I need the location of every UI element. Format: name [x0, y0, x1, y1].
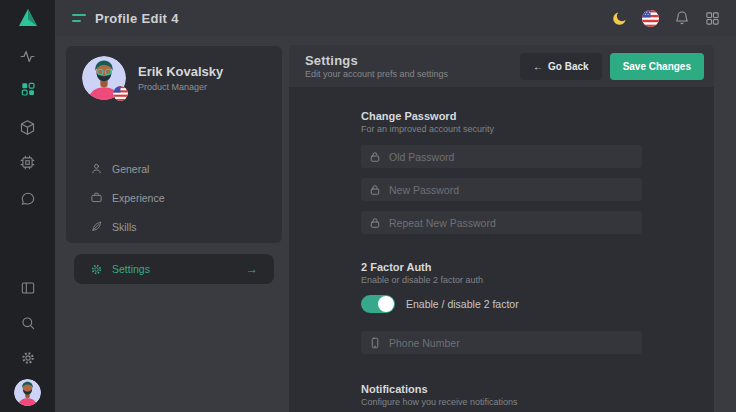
settings-panel-header: Settings Edit your account prefs and set…	[289, 45, 714, 87]
go-back-button[interactable]: ← Go Back	[520, 53, 602, 80]
menu-item-label: Skills	[112, 221, 137, 233]
chat-icon[interactable]	[0, 186, 55, 212]
menu-item-label: General	[112, 163, 149, 175]
layout-icon[interactable]	[0, 275, 55, 301]
user-avatar[interactable]	[14, 379, 41, 406]
menu-item-label: Experience	[112, 192, 165, 204]
repeat-password-field[interactable]	[361, 211, 642, 234]
user-icon	[90, 162, 103, 175]
menu-item-general[interactable]: General	[74, 154, 274, 183]
profile-role: Product Manager	[138, 82, 223, 92]
hamburger-menu-icon[interactable]	[72, 14, 86, 22]
sidebar	[0, 0, 55, 412]
section-heading-2fa: 2 Factor Auth	[361, 260, 642, 274]
old-password-field[interactable]	[361, 145, 642, 168]
avatar-flag-badge-icon	[113, 86, 128, 101]
topbar: Profile Edit 4	[55, 0, 736, 36]
new-password-input[interactable]	[389, 184, 634, 196]
activity-icon[interactable]	[0, 43, 55, 69]
toggle-knob	[378, 296, 394, 312]
phone-icon	[369, 337, 381, 349]
lock-icon	[369, 217, 381, 229]
settings-title: Settings	[305, 54, 448, 67]
two-factor-toggle[interactable]	[361, 295, 395, 313]
us-flag-icon[interactable]	[642, 10, 659, 27]
menu-item-settings[interactable]: Settings →	[74, 254, 274, 284]
cpu-icon[interactable]	[0, 149, 55, 175]
search-icon[interactable]	[0, 310, 55, 336]
settings-panel: Settings Edit your account prefs and set…	[289, 45, 714, 412]
gear-icon	[90, 263, 103, 276]
section-subheading-2fa: Enable or disable 2 factor auth	[361, 274, 642, 286]
lock-icon	[369, 151, 381, 163]
menu-item-label: Settings	[112, 263, 150, 275]
page-title: Profile Edit 4	[95, 11, 179, 26]
feather-icon	[90, 220, 103, 233]
settings-subtitle: Edit your account prefs and settings	[305, 70, 448, 79]
bell-icon[interactable]	[673, 10, 690, 27]
phone-number-field[interactable]	[361, 331, 642, 354]
profile-name: Erik Kovalsky	[138, 64, 223, 80]
section-heading-notifications: Notifications	[361, 382, 642, 396]
moon-icon[interactable]	[611, 10, 628, 27]
repeat-password-input[interactable]	[389, 217, 634, 229]
old-password-input[interactable]	[389, 151, 634, 163]
arrow-right-icon: →	[246, 263, 258, 275]
app-logo-icon[interactable]	[0, 4, 55, 32]
section-subheading-notifications: Configure how you receive notifications	[361, 396, 642, 408]
gear-icon[interactable]	[0, 345, 55, 371]
phone-number-input[interactable]	[389, 337, 634, 349]
new-password-field[interactable]	[361, 178, 642, 201]
box-icon[interactable]	[0, 114, 55, 140]
section-heading-change-password: Change Password	[361, 109, 642, 123]
profile-card: Erik Kovalsky Product Manager General Ex…	[66, 46, 282, 243]
profile-menu: General Experience Skills Settings →	[74, 154, 274, 284]
app-window: Profile Edit 4	[0, 0, 736, 412]
menu-item-experience[interactable]: Experience	[74, 183, 274, 212]
dashboard-grid-icon[interactable]	[0, 76, 55, 102]
profile-avatar	[82, 56, 126, 100]
two-factor-toggle-label: Enable / disable 2 factor	[406, 298, 519, 310]
save-changes-button[interactable]: Save Changes	[610, 53, 704, 80]
menu-item-skills[interactable]: Skills	[74, 212, 274, 241]
section-subheading-change-password: For an improved account security	[361, 123, 642, 135]
briefcase-icon	[90, 191, 103, 204]
apps-grid-icon[interactable]	[704, 10, 721, 27]
lock-icon	[369, 184, 381, 196]
arrow-left-icon: ←	[533, 61, 543, 72]
